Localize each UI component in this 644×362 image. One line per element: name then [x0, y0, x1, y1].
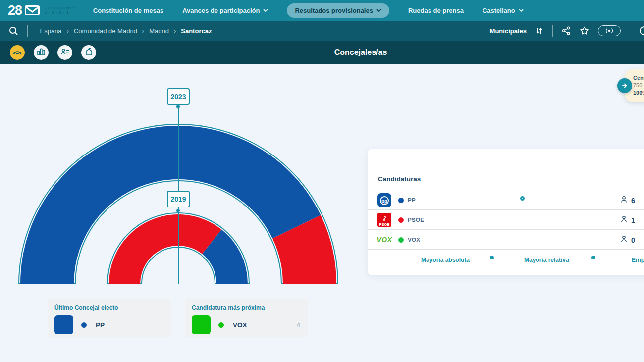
legend-mayoria-relativa: Mayoría relativa: [524, 257, 569, 263]
table-row-psoe: PSOE PSOE 1: [368, 209, 644, 229]
table-row-vox: VOX VOX 0: [368, 229, 644, 249]
breadcrumb-bar: España › Comunidad de Madrid › Madrid › …: [0, 21, 644, 41]
divider: [552, 25, 553, 37]
seats-cell: 6: [620, 196, 635, 205]
breadcrumb-santorcaz: Santorcaz: [181, 27, 212, 35]
nav-constitucion-de-mesas[interactable]: Constitución de mesas: [93, 7, 163, 14]
party-name: PSOE: [408, 217, 424, 223]
clipped-edge-icon[interactable]: [639, 26, 644, 36]
breadcrumb-separator: ›: [67, 27, 69, 35]
subbar-actions: Municipales: [490, 21, 644, 41]
hemicycle-view-button[interactable]: [10, 45, 25, 60]
party-color-dot: [218, 322, 224, 328]
chevron-down-icon: [376, 9, 381, 12]
seat-count: 1: [631, 216, 635, 224]
municipality-view-button[interactable]: [81, 45, 96, 60]
table-row-pp: pp PP 6: [368, 190, 644, 209]
vox-party-logo: VOX: [377, 233, 391, 247]
majority-absolute-icon: [490, 256, 494, 259]
content: 2023 2019 Candidaturas pp PP 6: [0, 64, 644, 362]
closest-candidacy-card: Candidatura más próxima VOX 4: [185, 299, 308, 337]
card-title: Candidatura más próxima: [192, 304, 301, 311]
nav-avances-de-participacion[interactable]: Avances de participación: [182, 7, 268, 14]
app-logo[interactable]: 28 ELECCIONES 2·0·2·3: [8, 3, 76, 18]
chevron-down-icon: [519, 9, 524, 12]
bar-chart-view-button[interactable]: [34, 45, 49, 60]
building-icon: [85, 48, 93, 57]
logo-subtext: ELECCIONES 2·0·2·3: [45, 6, 76, 15]
topbar: 28 ELECCIONES 2·0·2·3 Constitución de me…: [0, 0, 644, 21]
page: 28 ELECCIONES 2·0·2·3 Constitución de me…: [0, 0, 644, 362]
expand-arrow-button[interactable]: [617, 78, 632, 93]
view-toolbar: Concejales/as: [0, 41, 644, 64]
party-name: PP: [408, 197, 416, 203]
breadcrumb: España › Comunidad de Madrid › Madrid › …: [40, 27, 212, 35]
person-icon: [620, 215, 628, 225]
main-nav: Constitución de mesas Avances de partici…: [93, 3, 524, 18]
person-list-icon: [61, 48, 69, 57]
year-label-2019: 2019: [167, 191, 190, 207]
breadcrumb-madrid[interactable]: Madrid: [149, 27, 169, 35]
party-name: VOX: [408, 237, 420, 243]
party-color-dot: [398, 217, 404, 223]
live-broadcast-icon[interactable]: [598, 25, 621, 36]
party-color-dot: [81, 322, 87, 328]
censo-label: Censo: [633, 74, 644, 82]
hemicycle-icon: [12, 48, 22, 57]
seats-cell: 1: [620, 215, 635, 225]
bar-chart-icon: [37, 48, 45, 57]
seats-cell: 0: [620, 235, 635, 245]
star-icon[interactable]: [580, 26, 589, 35]
person-icon: [620, 235, 628, 245]
candidaturas-panel: Candidaturas pp PP 6 PSOE: [368, 149, 644, 275]
year-label-2023: 2023: [167, 88, 190, 105]
breadcrumb-separator: ›: [174, 27, 176, 35]
seat-count: 6: [631, 197, 635, 205]
nav-resultados-provisionales[interactable]: Resultados provisionales: [287, 3, 389, 18]
candidates-list-view-button[interactable]: [57, 45, 72, 60]
censo-toast: Censo 750 de 100%: [625, 69, 644, 102]
search-icon[interactable]: [9, 26, 18, 36]
party-color-square: [54, 315, 73, 334]
legend-mayoria-absoluta: Mayoría absoluta: [421, 257, 470, 263]
censo-count: 750 de: [633, 82, 644, 89]
panel-title: Candidaturas: [378, 175, 644, 183]
majority-relative-icon: [591, 256, 595, 259]
envelope-logo-icon: [25, 5, 40, 16]
party-name: VOX: [233, 321, 247, 329]
logo-number: 28: [8, 3, 22, 18]
sort-icon[interactable]: [536, 27, 543, 35]
scope-label: Municipales: [490, 27, 527, 35]
breadcrumb-comunidad-de-madrid[interactable]: Comunidad de Madrid: [74, 27, 137, 35]
censo-percent: 100%: [633, 89, 644, 97]
chevron-down-icon: [263, 9, 268, 12]
nav-language-castellano[interactable]: Castellano: [483, 7, 524, 14]
svg-text:pp: pp: [381, 198, 387, 204]
share-icon[interactable]: [562, 26, 571, 35]
breadcrumb-espana[interactable]: España: [40, 27, 62, 35]
last-councillor-card: Último Concejal electo PP: [48, 299, 171, 337]
divider: [27, 25, 28, 37]
page-title: Concejales/as: [334, 48, 387, 57]
panel-legend: Mayoría absoluta Mayoría relativa Empate: [368, 249, 644, 271]
breadcrumb-separator: ›: [142, 27, 144, 35]
party-color-dot: [398, 237, 404, 243]
party-color-dot: [398, 198, 404, 203]
legend-empate: Empate: [632, 257, 644, 263]
person-icon: [620, 196, 628, 205]
card-title: Último Concejal electo: [54, 304, 164, 311]
nav-ruedas-de-prensa[interactable]: Ruedas de prensa: [408, 7, 464, 14]
pp-party-logo: pp: [377, 193, 391, 207]
party-color-square: [192, 315, 211, 334]
majority-absolute-icon: [520, 196, 525, 201]
seat-count: 0: [631, 236, 635, 244]
divider: [630, 25, 631, 37]
axis-marker: [176, 104, 181, 109]
party-name: PP: [96, 321, 105, 329]
psoe-party-logo: PSOE: [377, 213, 391, 227]
distance-value: 4: [297, 321, 300, 329]
